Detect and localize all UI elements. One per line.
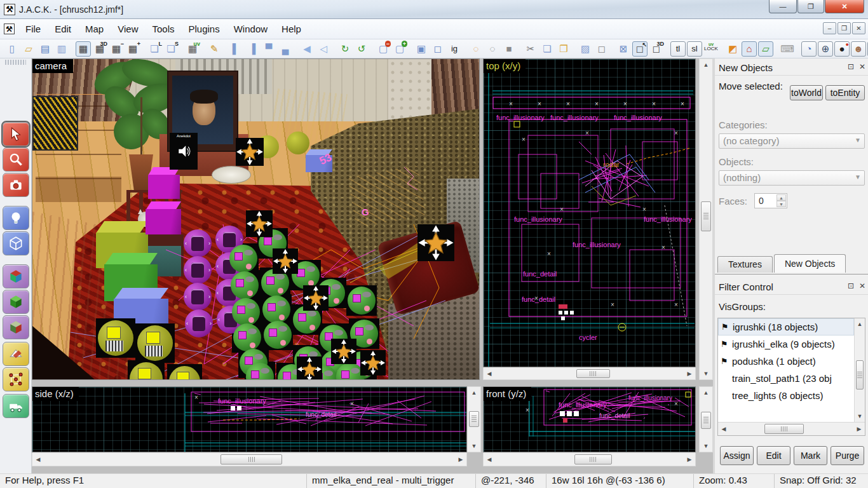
- menu-item-help[interactable]: Help: [275, 20, 308, 37]
- uv-grid-icon[interactable]: ▦uv: [185, 41, 200, 57]
- to-entity-button[interactable]: toEntity: [825, 85, 865, 100]
- menu-item-file[interactable]: File: [18, 20, 48, 37]
- visgroups-vscrollbar[interactable]: ▲ ▼: [854, 318, 865, 422]
- scale-tool-icon[interactable]: ▱: [758, 41, 773, 57]
- menu-item-plugins[interactable]: Plugins: [182, 20, 227, 37]
- flip-normals-icon[interactable]: ◩: [725, 41, 740, 57]
- rotate-cw-icon[interactable]: ↻: [337, 41, 353, 57]
- scroll-up-icon[interactable]: ▲: [700, 387, 712, 398]
- close-button[interactable]: ✕: [825, 0, 864, 13]
- flip-vertical-icon[interactable]: ◁: [316, 41, 331, 57]
- visible-flag-icon[interactable]: ⚑: [721, 356, 732, 366]
- camera-tool-icon[interactable]: [3, 173, 29, 197]
- visible-flag-icon[interactable]: ⚑: [721, 322, 733, 332]
- apply-decal-icon[interactable]: [3, 315, 29, 339]
- uv-lock-icon[interactable]: LOCKuv: [703, 41, 719, 57]
- tab-textures[interactable]: Textures: [717, 256, 773, 273]
- toolbar-drag-handle[interactable]: [5, 60, 26, 65]
- visgroup-item[interactable]: ⚑igrushki_elka (9 objects): [718, 336, 854, 353]
- side-viewport-hscrollbar[interactable]: ◀ ▶: [32, 452, 467, 466]
- align-bottom-icon[interactable]: ▄: [278, 41, 293, 57]
- faces-stepper[interactable]: 0 ▲▼: [754, 193, 787, 208]
- align-left-icon[interactable]: ▌: [228, 41, 243, 57]
- top-viewport[interactable]: ××××××××××××××××× top (x/y) func_illusio…: [483, 58, 696, 367]
- objects-select[interactable]: (nothing)▼: [719, 170, 865, 186]
- minimize-button[interactable]: —: [769, 0, 797, 13]
- controller-icon[interactable]: ⌨: [780, 41, 795, 57]
- scroll-down-icon[interactable]: ▼: [855, 410, 865, 422]
- front-viewport[interactable]: ×× front (y/z) func_illusionaryfunc_deta…: [483, 386, 696, 452]
- purge-button[interactable]: Purge: [831, 446, 864, 465]
- clip-tool-icon[interactable]: [3, 342, 29, 366]
- carve-icon[interactable]: ▢−: [376, 41, 391, 57]
- entity-tool-icon[interactable]: [3, 206, 29, 230]
- cordon-icon[interactable]: ■: [501, 41, 517, 57]
- scroll-right-icon[interactable]: ▶: [684, 453, 695, 466]
- assign-button[interactable]: Assign: [720, 446, 754, 465]
- scroll-left-icon[interactable]: ◀: [484, 453, 495, 466]
- close-panel-icon[interactable]: ✕: [859, 281, 865, 290]
- mdi-close-button[interactable]: ✕: [852, 22, 865, 34]
- save-as-icon[interactable]: ▥: [54, 41, 69, 57]
- edit-button[interactable]: Edit: [757, 446, 790, 465]
- save-icon[interactable]: ▤: [37, 41, 53, 57]
- scroll-up-icon[interactable]: ▲: [468, 387, 480, 398]
- menu-item-map[interactable]: Map: [78, 20, 111, 37]
- smaller-grid-icon[interactable]: ▦−: [109, 41, 124, 57]
- scroll-right-icon[interactable]: ▶: [455, 453, 466, 466]
- align-top-icon[interactable]: ▀: [261, 41, 276, 57]
- float-panel-icon[interactable]: ⊡: [848, 281, 854, 290]
- compass-toggle[interactable]: ⊕: [818, 41, 833, 57]
- new-file-icon[interactable]: ▯: [4, 41, 20, 57]
- menu-item-view[interactable]: View: [111, 20, 145, 37]
- tl-toggle[interactable]: tl: [670, 41, 686, 57]
- scroll-right-icon[interactable]: ▶: [684, 368, 695, 379]
- apply-current-texture-icon[interactable]: [3, 290, 29, 314]
- mdi-restore-button[interactable]: ❐: [837, 22, 851, 34]
- flip-horizontal-icon[interactable]: ◀: [299, 41, 315, 57]
- scroll-up-icon[interactable]: ▲: [855, 318, 865, 330]
- menu-item-edit[interactable]: Edit: [48, 20, 78, 37]
- mark-button[interactable]: Mark: [794, 446, 827, 465]
- restore-button[interactable]: ❐: [797, 0, 824, 13]
- visgroup-item[interactable]: train_stol_path1 (23 obj: [718, 370, 854, 387]
- to-world-button[interactable]: toWorld: [790, 85, 823, 100]
- path-tool-icon[interactable]: [3, 394, 29, 418]
- select-3d-icon[interactable]: ◻3D: [649, 41, 664, 57]
- select-auto-icon[interactable]: ◌: [485, 41, 500, 57]
- categories-select[interactable]: (no category)▼: [719, 133, 865, 149]
- rotate-ccw-icon[interactable]: ↺: [354, 41, 369, 57]
- scroll-down-icon[interactable]: ▼: [468, 440, 480, 452]
- magnify-tool-icon[interactable]: [3, 147, 29, 172]
- top-viewport-vscrollbar[interactable]: ▲ ▼: [699, 58, 713, 380]
- vertex-tool-icon[interactable]: ⌂: [742, 41, 757, 57]
- scroll-left-icon[interactable]: ◀: [32, 453, 44, 466]
- close-panel-icon[interactable]: ✕: [859, 62, 865, 71]
- snap-grid-icon[interactable]: ▦: [76, 41, 91, 57]
- ungroup-icon[interactable]: ◻: [430, 41, 445, 57]
- mdi-minimize-button[interactable]: –: [823, 22, 836, 34]
- scroll-down-icon[interactable]: ▼: [700, 368, 712, 379]
- grid-3d-icon[interactable]: ▦3D: [92, 41, 107, 57]
- texture-lock-icon[interactable]: ⊠: [616, 41, 631, 57]
- scroll-left-icon[interactable]: ◀: [484, 368, 495, 379]
- copy-icon[interactable]: ❏: [539, 41, 555, 57]
- select-tool-icon[interactable]: [3, 122, 29, 146]
- menu-item-window[interactable]: Window: [227, 20, 275, 37]
- smooth-preview-toggle[interactable]: ◔: [801, 41, 817, 57]
- apply-texture-icon[interactable]: ▨: [578, 41, 593, 57]
- save-window-state-icon[interactable]: ❏S: [163, 41, 179, 57]
- select-connected-icon[interactable]: ◌: [468, 41, 484, 57]
- tab-new-objects[interactable]: New Objects: [774, 254, 846, 273]
- sl-toggle[interactable]: sl: [687, 41, 702, 57]
- texture-cube-icon[interactable]: [3, 264, 29, 288]
- paste-icon[interactable]: ❐: [556, 41, 571, 57]
- visgroup-item[interactable]: tree_lights (8 objects): [718, 387, 854, 404]
- front-viewport-vscrollbar[interactable]: ▲ ▼: [699, 386, 713, 452]
- select-box-icon[interactable]: ◻↖: [632, 41, 648, 57]
- side-viewport[interactable]: ×× side (x/z) func_illusionaryfunc_detai…: [32, 386, 467, 452]
- visible-flag-icon[interactable]: ⚑: [721, 339, 732, 349]
- ignore-groups-icon[interactable]: ig: [447, 41, 462, 57]
- hollow-icon[interactable]: ▢+: [392, 41, 407, 57]
- scroll-right-icon[interactable]: ▶: [853, 423, 865, 435]
